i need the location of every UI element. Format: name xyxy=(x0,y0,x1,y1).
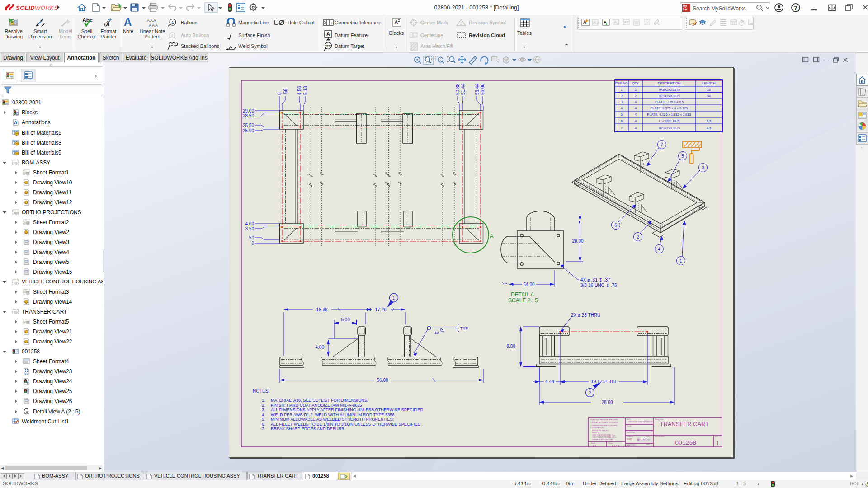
svg-text:28.00: 28.00 xyxy=(601,400,613,405)
svg-text:25.50: 25.50 xyxy=(243,123,254,128)
svg-text:WORKS: WORKS xyxy=(35,5,58,11)
svg-text:7: 7 xyxy=(621,126,623,130)
svg-text:3.50: 3.50 xyxy=(245,226,255,231)
svg-text:2: 2 xyxy=(621,94,623,98)
svg-text:A: A xyxy=(124,17,132,28)
svg-text:50.88: 50.88 xyxy=(455,84,460,95)
svg-text:0: 0 xyxy=(277,92,282,95)
svg-text:DESCRIPTION: DESCRIPTION xyxy=(658,81,680,85)
svg-text:TRSx2x0.1875: TRSx2x0.1875 xyxy=(658,126,680,130)
svg-text:Part Number: Part Number xyxy=(655,436,665,438)
svg-text:1: 1 xyxy=(716,440,719,446)
svg-text:.3: .3 xyxy=(330,21,334,25)
svg-text:5.: 5. xyxy=(262,417,265,422)
svg-text:2: 2 xyxy=(589,390,591,395)
svg-text:51.44: 51.44 xyxy=(461,84,466,95)
svg-text:1:5: 1:5 xyxy=(593,444,596,447)
svg-text:MMD: MMD xyxy=(627,438,632,441)
svg-text:3.: 3. xyxy=(262,408,265,412)
svg-text:ALL DIMENSIONS APPLY AFTER FIN: ALL DIMENSIONS APPLY AFTER FINISHING UNL… xyxy=(271,408,423,412)
svg-text:28: 28 xyxy=(707,88,711,92)
svg-text:TS2x2x0.1875: TS2x2x0.1875 xyxy=(658,119,679,123)
svg-text:001258: 001258 xyxy=(675,439,697,446)
svg-text:4.44: 4.44 xyxy=(545,379,554,384)
svg-text:PLATE, 0.375 x 4 x 5.125: PLATE, 0.375 x 4 x 5.125 xyxy=(651,106,688,110)
svg-text:5: 5 xyxy=(681,154,684,159)
svg-text:2: 2 xyxy=(635,94,637,98)
svg-text:THREE PLACE DECIMAL: THREE PLACE DECIMAL xyxy=(592,438,613,441)
svg-text:LENGTH: LENGTH xyxy=(702,81,716,85)
svg-text:18.36: 18.36 xyxy=(316,307,327,312)
svg-text:17.29: 17.29 xyxy=(375,307,386,312)
svg-text:TYP: TYP xyxy=(460,326,468,331)
svg-text:1 BREAK ALL SHARP CORNERS: 1 BREAK ALL SHARP CORNERS xyxy=(590,421,618,423)
svg-text:DETAIL A: DETAIL A xyxy=(511,291,534,298)
svg-text:1: 1 xyxy=(460,21,462,26)
svg-text:8.88: 8.88 xyxy=(507,344,516,349)
svg-text:4: 4 xyxy=(658,247,660,252)
svg-text:7.: 7. xyxy=(262,427,265,431)
svg-text:.18: .18 xyxy=(434,331,439,335)
svg-text:3: 3 xyxy=(621,100,623,104)
svg-text:56.00: 56.00 xyxy=(480,84,485,95)
svg-text:Abc: Abc xyxy=(82,17,93,23)
svg-text:6.5: 6.5 xyxy=(707,119,711,123)
svg-text:A: A xyxy=(14,120,17,125)
svg-text:SCALE 2 : 5: SCALE 2 : 5 xyxy=(508,297,538,304)
svg-text:Size: Size xyxy=(646,443,650,445)
svg-text:28.00: 28.00 xyxy=(572,239,583,244)
svg-text:ITEM NO.: ITEM NO. xyxy=(615,82,628,85)
svg-text:1: 1 xyxy=(621,88,623,92)
svg-text:FINISH: HARD COAT ANODIZE IAW: FINISH: HARD COAT ANODIZE IAW MIL-A-8625 xyxy=(271,403,362,408)
svg-text:4.: 4. xyxy=(262,413,265,417)
svg-text:Treatment: Treatment xyxy=(627,431,635,433)
svg-text:.56: .56 xyxy=(283,89,288,95)
svg-text:6: 6 xyxy=(621,119,623,123)
svg-text:0: 0 xyxy=(251,241,254,246)
svg-text:SOLID: SOLID xyxy=(16,5,35,11)
svg-text:A: A xyxy=(105,21,110,28)
svg-text:ALL FILLET WELDS TO BE 1/8IN T: ALL FILLET WELDS TO BE 1/8IN TO 3/16IN U… xyxy=(271,422,422,427)
svg-text:1: 1 xyxy=(172,20,174,25)
svg-text:WELD PER AWS D1.2. WELD WITH: WELD PER AWS D1.2. WELD WITH ALUMINUM RO… xyxy=(271,413,396,417)
svg-text:A: A xyxy=(593,20,596,25)
svg-text:6: 6 xyxy=(614,223,617,228)
svg-text:2: 2 xyxy=(637,235,639,239)
svg-text:4.00: 4.00 xyxy=(316,345,325,350)
svg-text:2X ⌀.38 THRU: 2X ⌀.38 THRU xyxy=(571,313,600,318)
svg-text:Finish: Finish xyxy=(627,425,632,427)
svg-text:MATERIAL: A36, SEE CUTLIST F: MATERIAL: A36, SEE CUTLIST FOR DIMENSION… xyxy=(271,398,368,403)
svg-text:4.56: 4.56 xyxy=(297,86,302,95)
svg-text:4X ⌀ .31 ↧ .37: 4X ⌀ .31 ↧ .37 xyxy=(580,277,610,282)
svg-text:Date: Date xyxy=(646,436,650,438)
svg-text:Material <not specified>: Material <not specified> xyxy=(629,420,653,423)
svg-text:56.00: 56.00 xyxy=(377,378,388,383)
svg-text:PLATE, 0.125 x 1.812 x 1.813: PLATE, 0.125 x 1.812 x 1.813 xyxy=(647,113,691,117)
svg-text:19.125±.010: 19.125±.010 xyxy=(591,379,616,384)
svg-text:28.50: 28.50 xyxy=(243,113,254,118)
svg-text:8/1/2020: 8/1/2020 xyxy=(637,438,649,441)
svg-text:55.44: 55.44 xyxy=(475,84,480,95)
svg-text:2: 2 xyxy=(171,34,174,38)
svg-text:4.00: 4.00 xyxy=(245,221,255,226)
svg-text:MINIMUM ALLOWABLE AS WELDED ST: MINIMUM ALLOWABLE AS WELDED STRENGTH PRO… xyxy=(271,417,394,422)
svg-text:Description: Description xyxy=(655,418,664,420)
svg-text:3 TOLERANCES:: 3 TOLERANCES: xyxy=(590,427,604,429)
svg-text:A: A xyxy=(326,31,330,37)
svg-text:3/8-16 UNC ↧ .75: 3/8-16 UNC ↧ .75 xyxy=(580,283,617,288)
svg-text:?: ? xyxy=(794,5,797,11)
svg-text:AAA: AAA xyxy=(147,18,156,23)
svg-text:5.13: 5.13 xyxy=(303,86,308,95)
svg-text:BREAK SHARP EDGES AND DEBURR.: BREAK SHARP EDGES AND DEBURR. xyxy=(271,427,345,431)
svg-text:4.5: 4.5 xyxy=(707,126,711,130)
svg-text:7: 7 xyxy=(660,142,663,147)
svg-text:1.: 1. xyxy=(262,398,265,403)
svg-text:4: 4 xyxy=(635,106,637,110)
svg-text:3: 3 xyxy=(702,165,704,170)
svg-text:AB: AB xyxy=(624,20,629,24)
svg-text:TRSx2x0.1875: TRSx2x0.1875 xyxy=(658,94,680,98)
svg-text:54.00: 54.00 xyxy=(523,282,534,287)
svg-text:.50: .50 xyxy=(248,235,254,240)
svg-text:A: A xyxy=(490,233,494,239)
svg-text:NOTES:: NOTES: xyxy=(253,389,269,394)
